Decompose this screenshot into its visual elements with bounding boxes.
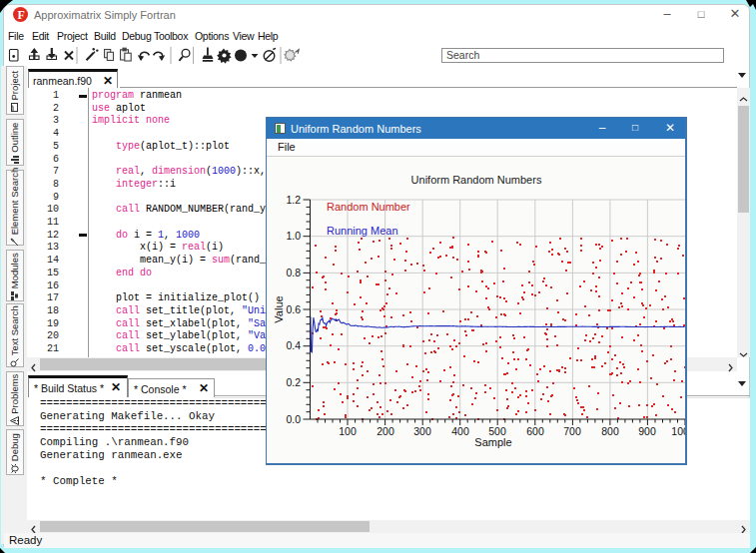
svg-text:1.2: 1.2 <box>286 193 301 205</box>
svg-text:Running Mean: Running Mean <box>327 225 398 237</box>
svg-text:Uniform Random Numbers: Uniform Random Numbers <box>411 174 542 186</box>
svg-text:Random Number: Random Number <box>327 201 410 213</box>
svg-text:600: 600 <box>526 425 544 437</box>
svg-text:1000: 1000 <box>671 425 686 437</box>
svg-text:0.0: 0.0 <box>286 412 301 424</box>
svg-text:400: 400 <box>451 425 469 437</box>
svg-text:200: 200 <box>377 425 394 437</box>
svg-text:700: 700 <box>563 425 581 437</box>
svg-text:0.8: 0.8 <box>286 267 301 278</box>
svg-text:300: 300 <box>413 425 431 437</box>
svg-text:0.2: 0.2 <box>286 375 301 387</box>
svg-text:900: 900 <box>638 425 656 437</box>
svg-text:Value: Value <box>273 295 285 322</box>
svg-text:1.0: 1.0 <box>286 230 301 242</box>
svg-text:100: 100 <box>339 425 357 437</box>
svg-text:0.6: 0.6 <box>286 302 301 314</box>
svg-text:0.4: 0.4 <box>286 339 301 351</box>
svg-text:Sample: Sample <box>474 436 511 448</box>
svg-text:800: 800 <box>601 425 619 437</box>
